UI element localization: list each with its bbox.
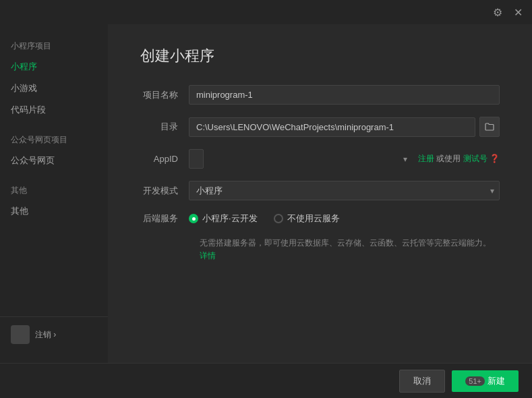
backend-desc-text: 无需搭建服务器，即可使用云数据库、云存储、云函数、云托管等完整云端能 — [200, 238, 475, 248]
page-title: 创建小程序 — [140, 46, 500, 66]
devmode-control: 小程序 — [189, 181, 500, 200]
radio-no-cloud-label: 不使用云服务 — [287, 212, 340, 225]
directory-row: 目录 — [140, 117, 500, 137]
main-layout: 小程序项目 小程序 小游戏 代码片段 公众号网页项目 公众号网页 其他 其他 注… — [0, 24, 532, 363]
devmode-label: 开发模式 — [140, 185, 189, 197]
footer: 取消 51+新建 — [0, 363, 532, 398]
sidebar-item-miniprogram[interactable]: 小程序 — [0, 56, 108, 78]
appid-links: 注册 或使用 测试号 ❓ — [418, 153, 500, 165]
appid-label: AppID — [140, 154, 189, 164]
top-bar: ⚙ ✕ — [0, 0, 532, 24]
directory-control — [189, 117, 500, 137]
logout-button[interactable]: 注销 › — [35, 329, 56, 341]
backend-row: 后端服务 小程序·云开发 不使用云服务 — [140, 212, 500, 225]
sidebar-bottom: 注销 › — [0, 316, 108, 352]
backend-desc-text2: 力。 — [475, 238, 491, 248]
project-name-input[interactable] — [189, 85, 500, 105]
testid-link[interactable]: 测试号 — [463, 154, 487, 163]
radio-cloud-dev-label: 小程序·云开发 — [202, 212, 258, 225]
backend-control: 小程序·云开发 不使用云服务 — [189, 212, 500, 225]
sidebar-section-webpage: 公众号网页项目 — [0, 129, 108, 150]
project-name-control — [189, 85, 500, 105]
directory-label: 目录 — [140, 121, 189, 133]
sidebar-section-other: 其他 — [0, 179, 108, 200]
badge: 51+ — [465, 376, 485, 386]
appid-control: 注册 或使用 测试号 ❓ — [189, 149, 500, 169]
radio-no-cloud[interactable]: 不使用云服务 — [274, 212, 340, 225]
backend-label: 后端服务 — [140, 212, 189, 225]
sidebar-section-miniprogram: 小程序项目 — [0, 35, 108, 56]
help-icon[interactable]: ❓ — [490, 154, 500, 163]
sidebar-item-webpage[interactable]: 公众号网页 — [0, 150, 108, 171]
register-link[interactable]: 注册 — [418, 154, 434, 163]
directory-input[interactable] — [189, 117, 475, 137]
backend-description: 无需搭建服务器，即可使用云数据库、云存储、云函数、云托管等完整云端能力。 详情 — [140, 237, 500, 262]
cancel-button[interactable]: 取消 — [399, 370, 445, 393]
confirm-button[interactable]: 51+新建 — [452, 370, 519, 392]
appid-row: AppID 注册 或使用 测试号 ❓ — [140, 149, 500, 169]
project-name-label: 项目名称 — [140, 89, 189, 101]
project-name-row: 项目名称 — [140, 85, 500, 105]
backend-detail-link[interactable]: 详情 — [200, 251, 216, 260]
folder-browse-button[interactable] — [479, 117, 500, 137]
sidebar-item-minigame[interactable]: 小游戏 — [0, 78, 108, 99]
settings-icon[interactable]: ⚙ — [492, 6, 504, 18]
radio-no-cloud-circle — [274, 214, 283, 223]
backend-radio-group: 小程序·云开发 不使用云服务 — [189, 212, 500, 225]
close-icon[interactable]: ✕ — [512, 6, 524, 18]
radio-cloud-dev-circle — [189, 214, 198, 223]
avatar — [11, 325, 30, 344]
sidebar: 小程序项目 小程序 小游戏 代码片段 公众号网页项目 公众号网页 其他 其他 注… — [0, 24, 108, 363]
radio-cloud-dev[interactable]: 小程序·云开发 — [189, 212, 258, 225]
devmode-select[interactable]: 小程序 — [189, 181, 500, 200]
sidebar-item-other[interactable]: 其他 — [0, 200, 108, 222]
devmode-row: 开发模式 小程序 — [140, 181, 500, 200]
confirm-label: 新建 — [487, 376, 505, 386]
appid-select[interactable] — [189, 149, 204, 169]
sidebar-item-codesnippet[interactable]: 代码片段 — [0, 99, 108, 121]
content-area: 创建小程序 项目名称 目录 — [108, 24, 532, 363]
